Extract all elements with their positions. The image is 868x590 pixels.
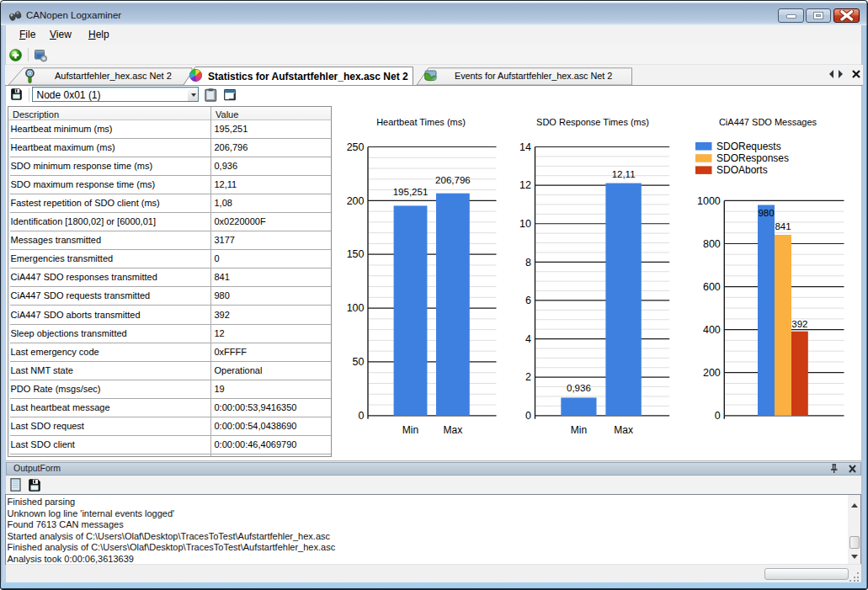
svg-text:800: 800 (703, 238, 721, 250)
svg-text:250: 250 (347, 141, 365, 153)
svg-text:14: 14 (519, 141, 531, 153)
svg-text:200: 200 (347, 195, 365, 207)
svg-text:Min: Min (402, 424, 418, 436)
svg-text:SDORequests: SDORequests (716, 141, 781, 152)
svg-text:4: 4 (525, 333, 531, 345)
svg-text:150: 150 (347, 248, 365, 260)
svg-text:SDO Response Times (ms): SDO Response Times (ms) (536, 117, 649, 127)
svg-text:12: 12 (519, 179, 531, 191)
svg-text:Min: Min (571, 424, 587, 436)
svg-text:12,11: 12,11 (612, 169, 636, 179)
svg-text:1000: 1000 (697, 195, 721, 207)
svg-text:50: 50 (353, 356, 365, 368)
svg-text:CiA447 SDO Messages: CiA447 SDO Messages (719, 117, 817, 127)
svg-text:0: 0 (715, 410, 721, 422)
svg-text:100: 100 (347, 302, 365, 314)
svg-text:980: 980 (758, 208, 774, 218)
svg-text:0,936: 0,936 (567, 383, 591, 393)
svg-text:600: 600 (703, 281, 721, 293)
svg-text:206,796: 206,796 (435, 175, 471, 185)
svg-text:Max: Max (614, 424, 633, 436)
svg-text:0: 0 (359, 410, 365, 422)
svg-text:841: 841 (775, 221, 791, 231)
svg-text:10: 10 (519, 218, 531, 230)
svg-text:8: 8 (525, 257, 531, 268)
svg-text:400: 400 (703, 324, 721, 336)
svg-text:SDOResponses: SDOResponses (716, 152, 789, 164)
svg-text:SDOAborts: SDOAborts (716, 164, 768, 176)
svg-text:0: 0 (525, 410, 531, 422)
svg-text:2: 2 (525, 371, 531, 383)
svg-text:6: 6 (525, 295, 531, 306)
svg-text:392: 392 (791, 319, 807, 329)
svg-text:Heartbeat Times (ms): Heartbeat Times (ms) (376, 117, 466, 127)
svg-text:200: 200 (703, 367, 721, 379)
svg-text:Max: Max (444, 424, 463, 436)
svg-text:195,251: 195,251 (393, 187, 429, 197)
